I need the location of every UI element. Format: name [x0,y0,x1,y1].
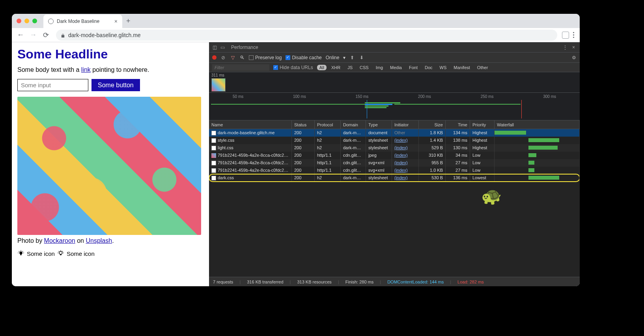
svg-point-0 [19,252,22,255]
filter-chip-font[interactable]: Font [407,65,420,70]
svg-rect-1 [21,254,22,255]
body-paragraph: Some body text with a link pointing to n… [17,66,203,73]
filter-chip-xhr[interactable]: XHR [329,65,343,70]
extension-icon[interactable] [562,32,569,39]
close-tab-icon[interactable]: × [114,18,118,24]
turtle-emoji: 🐢 [481,186,502,206]
column-header-type[interactable]: Type [366,120,392,129]
network-toolbar: ⊘ ▽ 🔍︎ Preserve log Disable cache Online… [209,53,580,63]
image-caption: Photo by Mockaroon on Unsplash. [17,237,203,244]
filter-chip-js[interactable]: JS [345,65,355,70]
url-field[interactable]: dark-mode-baseline.glitch.me [56,30,557,41]
network-row[interactable]: light.css200h2dark-mo…stylesheet(index)5… [209,144,580,152]
svg-line-12 [59,251,59,252]
filter-input[interactable] [212,64,269,71]
bulb-icon [17,250,24,257]
filter-icon[interactable]: ▽ [230,55,235,60]
filter-chip-doc[interactable]: Doc [422,65,435,70]
browser-menu[interactable] [571,30,577,40]
back-button[interactable]: ← [15,30,26,41]
svg-line-6 [22,251,23,252]
network-row[interactable]: 791b2241-459b-4a2e-8cca-c0fdc2…200http/1… [209,159,580,167]
overview-timeline[interactable]: 50 ms100 ms150 ms200 ms250 ms300 ms [209,93,580,120]
svg-point-7 [59,252,62,255]
search-icon[interactable]: 🔍︎ [239,55,245,60]
filter-chip-media[interactable]: Media [388,65,404,70]
tab-strip: Dark Mode Baseline × + [12,14,580,28]
lock-icon [61,33,65,37]
column-header-status[interactable]: Status [292,120,315,129]
filter-chip-css[interactable]: CSS [357,65,371,70]
column-header-waterfall[interactable]: Waterfall [495,120,580,129]
demo-button[interactable]: Some button [91,79,140,91]
filter-chip-manifest[interactable]: Manifest [451,65,472,70]
filter-bar: Hide data URLs AllXHRJSCSSImgMediaFontDo… [209,63,580,72]
svg-rect-8 [60,254,61,255]
column-header-name[interactable]: Name [209,120,292,129]
preserve-log-checkbox[interactable]: Preserve log [249,55,282,60]
page-headline: Some Headline [17,47,203,62]
svg-line-5 [19,251,19,252]
bulb-icon [57,250,64,257]
clear-icon[interactable]: ⊘ [220,55,226,60]
devtools-close[interactable]: × [570,45,577,50]
network-row[interactable]: dark.css200h2dark-mo…stylesheet(index)53… [209,174,580,182]
hide-data-urls-checkbox[interactable]: Hide data URLs [273,65,313,70]
hero-image [17,97,201,235]
network-table: NameStatusProtocolDomainTypeInitiatorSiz… [209,120,580,277]
inspect-icon[interactable]: ◫ [211,45,218,50]
tab-title: Dark Mode Baseline [57,19,111,24]
column-header-size[interactable]: Size [419,120,446,129]
network-row[interactable]: 791b2241-459b-4a2e-8cca-c0fdc2…200http/1… [209,152,580,159]
column-header-time[interactable]: Time [446,120,470,129]
browser-tab[interactable]: Dark Mode Baseline × [43,15,122,28]
device-icon[interactable]: ▭ [219,45,226,50]
download-icon[interactable]: ⬇ [359,55,364,60]
status-bar: 7 requests| 316 KB transferred| 313 KB r… [209,277,580,286]
devtools-tab-bar: ◫ ▭ ElementsConsoleSourcesNetworkPerform… [209,42,580,53]
address-bar: ← → ⟳ dark-mode-baseline.glitch.me [12,28,580,42]
column-header-domain[interactable]: Domain [341,120,366,129]
disable-cache-checkbox[interactable]: Disable cache [286,55,321,60]
minimize-window[interactable] [24,19,29,23]
reload-button[interactable]: ⟳ [40,30,51,41]
body-link[interactable]: link [81,66,91,73]
filmstrip: 311 ms [209,72,580,93]
svg-line-13 [62,251,63,252]
network-row[interactable]: 791b2241-459b-4a2e-8cca-c0fdc2…200http/1… [209,167,580,174]
window-controls [17,19,37,23]
filter-chip-other[interactable]: Other [475,65,491,70]
filter-chip-all[interactable]: All [317,65,327,70]
network-row[interactable]: style.css200h2dark-mo…stylesheet(index)1… [209,137,580,144]
devtools-tab-performance[interactable]: Performance [227,42,262,53]
column-header-initiator[interactable]: Initiator [392,120,419,129]
demo-input[interactable] [17,79,88,91]
forward-button[interactable]: → [28,30,39,41]
filmstrip-thumbnail[interactable] [211,78,226,92]
icon-row: Some icon Some icon [17,250,203,257]
url-text: dark-mode-baseline.glitch.me [68,32,141,38]
throttling-select[interactable]: Online ▾ [326,55,346,60]
settings-icon[interactable]: ⚙ [571,55,577,60]
author-link[interactable]: Mockaroon [44,237,75,244]
column-header-priority[interactable]: Priority [470,120,495,129]
globe-icon [48,19,54,24]
new-tab-button[interactable]: + [126,17,131,25]
browser-window: Dark Mode Baseline × + ← → ⟳ dark-mode-b… [12,14,580,286]
source-link[interactable]: Unsplash [86,237,112,244]
upload-icon[interactable]: ⬆ [349,55,355,60]
filter-chip-img[interactable]: Img [373,65,385,70]
page-content: Some Headline Some body text with a link… [12,42,209,286]
network-row[interactable]: dark-mode-baseline.glitch.me200h2dark-mo… [209,129,580,137]
column-header-protocol[interactable]: Protocol [315,120,341,129]
close-window[interactable] [17,19,21,23]
filter-chip-ws[interactable]: WS [437,65,449,70]
maximize-window[interactable] [32,19,37,23]
record-button[interactable] [212,55,217,60]
devtools-panel: ◫ ▭ ElementsConsoleSourcesNetworkPerform… [209,42,580,286]
devtools-menu[interactable]: ⋮ [560,45,570,50]
